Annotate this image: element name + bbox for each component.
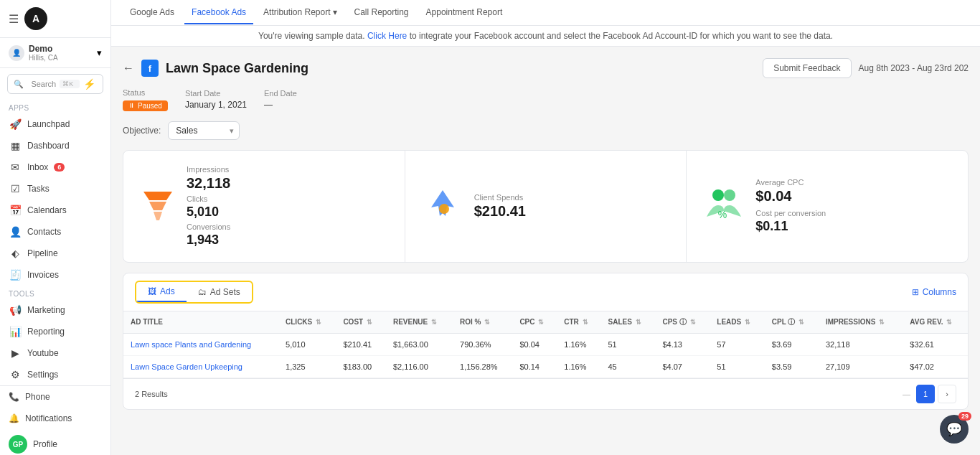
sidebar-item-label: Invoices <box>27 270 59 280</box>
top-nav: Google Ads Facebook Ads Attribution Repo… <box>111 0 980 26</box>
account-switcher[interactable]: 👤 Demo Hillis, CA ▾ <box>0 38 110 68</box>
sidebar-item-label: Settings <box>27 370 58 380</box>
sidebar-item-profile[interactable]: GP Profile <box>0 429 110 455</box>
tab-attribution-report[interactable]: Attribution Report ▾ <box>256 1 344 24</box>
cost-cell: $210.41 <box>336 333 386 355</box>
cpc-cell: $0.14 <box>512 355 557 377</box>
cpc-cell: $0.04 <box>512 333 557 355</box>
tab-google-ads[interactable]: Google Ads <box>123 1 182 24</box>
calendars-icon: 📅 <box>9 205 22 216</box>
sidebar-item-calendars[interactable]: 📅 Calendars <box>0 200 110 221</box>
sidebar-header: ☰ A <box>0 0 110 38</box>
invoices-icon: 🧾 <box>9 269 22 281</box>
roi-cell: 790.36% <box>453 333 512 355</box>
page-next-button[interactable]: › <box>938 385 956 403</box>
table-body: Lawn space Plants and Gardening 5,010 $2… <box>123 333 968 377</box>
col-cost: COST ⇅ <box>336 311 386 334</box>
tab-ads[interactable]: 🖼 Ads <box>136 282 187 302</box>
sidebar-item-youtube[interactable]: ▶ Youtube <box>0 342 110 364</box>
col-clicks: CLICKS ⇅ <box>278 311 336 334</box>
inbox-icon: ✉ <box>9 161 22 173</box>
funnel-icon <box>141 190 175 222</box>
sidebar-item-tasks[interactable]: ☑ Tasks <box>0 178 110 200</box>
col-revenue: REVENUE ⇅ <box>386 311 453 334</box>
roi-cell: 1,156.28% <box>453 355 512 377</box>
svg-marker-2 <box>154 212 162 220</box>
table-row: Lawn space Plants and Gardening 5,010 $2… <box>123 333 968 355</box>
sidebar-item-pipeline[interactable]: ⬖ Pipeline <box>0 243 110 264</box>
sidebar-item-notifications[interactable]: 🔔 Notifications <box>0 408 110 429</box>
ad-title-cell[interactable]: Lawn Space Garden Upkeeping <box>123 355 278 377</box>
cpl-cell: $3.69 <box>765 333 819 355</box>
account-name: Demo <box>29 44 93 54</box>
col-leads: LEADS ⇅ <box>710 311 765 334</box>
youtube-icon: ▶ <box>9 347 22 359</box>
ad-title-cell[interactable]: Lawn space Plants and Gardening <box>123 333 278 355</box>
back-button[interactable]: ← <box>123 62 134 75</box>
campaign-header: ← f Lawn Space Gardening Submit Feedback… <box>123 58 969 78</box>
page-content: ← f Lawn Space Gardening Submit Feedback… <box>111 47 980 455</box>
cpl-cell: $3.59 <box>765 355 819 377</box>
columns-icon: ⊞ <box>912 287 919 297</box>
sidebar-item-launchpad[interactable]: 🚀 Launchpad <box>0 113 110 135</box>
sidebar-item-invoices[interactable]: 🧾 Invoices <box>0 264 110 286</box>
tab-call-reporting[interactable]: Call Reporting <box>347 1 416 24</box>
sidebar-item-reporting[interactable]: 📊 Reporting <box>0 321 110 342</box>
sidebar-bottom: 📞 Phone 🔔 Notifications GP Profile <box>0 385 110 455</box>
sidebar-item-label: Contacts <box>27 227 61 237</box>
sidebar-item-label: Calendars <box>27 205 67 215</box>
chat-badge: 29 <box>958 412 971 421</box>
revenue-cell: $1,663.00 <box>386 333 453 355</box>
columns-button[interactable]: ⊞ Columns <box>912 287 956 297</box>
avg-rev-cell: $47.02 <box>903 355 968 377</box>
tab-facebook-ads[interactable]: Facebook Ads <box>184 1 253 24</box>
search-icon: 🔍 <box>14 80 27 89</box>
inbox-badge: 6 <box>54 163 65 172</box>
launchpad-icon: 🚀 <box>9 118 22 130</box>
sidebar-item-settings[interactable]: ⚙ Settings <box>0 364 110 385</box>
table-section: 🖼 Ads 🗂 Ad Sets ⊞ Columns <box>123 273 969 410</box>
submit-feedback-button[interactable]: Submit Feedback <box>763 58 851 78</box>
pagination-separator: — <box>903 390 910 398</box>
click-here-link[interactable]: Click Here <box>367 31 407 41</box>
adsets-tab-icon: 🗂 <box>198 287 207 297</box>
table-toolbar: 🖼 Ads 🗂 Ad Sets ⊞ Columns <box>123 273 968 311</box>
status-field: Status ⏸ Paused <box>123 88 168 111</box>
results-count: 2 Results <box>135 390 903 398</box>
sidebar-item-phone[interactable]: 📞 Phone <box>0 386 110 408</box>
objective-bar: Objective: Sales Awareness Traffic <box>123 121 969 140</box>
tab-appointment-report[interactable]: Appointment Report <box>419 1 510 24</box>
stat-card-spends: Client Spends $210.41 <box>405 151 687 262</box>
col-roi: ROI % ⇅ <box>453 311 512 334</box>
search-shortcut: ⌘K <box>60 80 79 88</box>
impressions-cell: 27,109 <box>819 355 903 377</box>
page-1-button[interactable]: 1 <box>916 385 935 403</box>
objective-select[interactable]: Sales Awareness Traffic <box>168 121 240 140</box>
chevron-down-icon: ▾ <box>97 47 102 58</box>
flight-icon <box>423 187 463 225</box>
sales-cell: 51 <box>601 333 656 355</box>
col-sales: SALES ⇅ <box>601 311 656 334</box>
profile-avatar: GP <box>9 435 27 454</box>
cps-cell: $4.07 <box>655 355 710 377</box>
sidebar-item-contacts[interactable]: 👤 Contacts <box>0 221 110 243</box>
col-impressions: IMPRESSIONS ⇅ <box>819 311 903 334</box>
dashboard-icon: ▦ <box>9 140 22 151</box>
hamburger-icon[interactable]: ☰ <box>9 12 19 26</box>
stats-row: Impressions 32,118 Clicks 5,010 Conversi… <box>123 150 969 263</box>
sidebar-item-label: Reporting <box>27 327 65 337</box>
stat-card-cpc: % Average CPC $0.04 Cost per conversion … <box>687 151 968 262</box>
lightning-icon: ⚡ <box>83 78 97 90</box>
main-content: Google Ads Facebook Ads Attribution Repo… <box>111 0 980 455</box>
col-ad-title: AD TITLE <box>123 311 278 334</box>
table-header: AD TITLE CLICKS ⇅ COST ⇅ REVENUE ⇅ ROI %… <box>123 311 968 334</box>
svg-text:%: % <box>718 209 727 220</box>
sidebar-item-dashboard[interactable]: ▦ Dashboard <box>0 135 110 156</box>
chat-bubble[interactable]: 💬 29 <box>940 415 969 444</box>
sidebar-item-inbox[interactable]: ✉ Inbox 6 <box>0 156 110 178</box>
sidebar-item-label: Pipeline <box>27 248 58 258</box>
tab-adsets[interactable]: 🗂 Ad Sets <box>187 282 252 302</box>
sidebar-item-marketing[interactable]: 📢 Marketing <box>0 299 110 321</box>
search-input[interactable]: 🔍 Search ⌘K ⚡ <box>7 74 103 94</box>
sidebar-item-label: Marketing <box>27 305 65 315</box>
